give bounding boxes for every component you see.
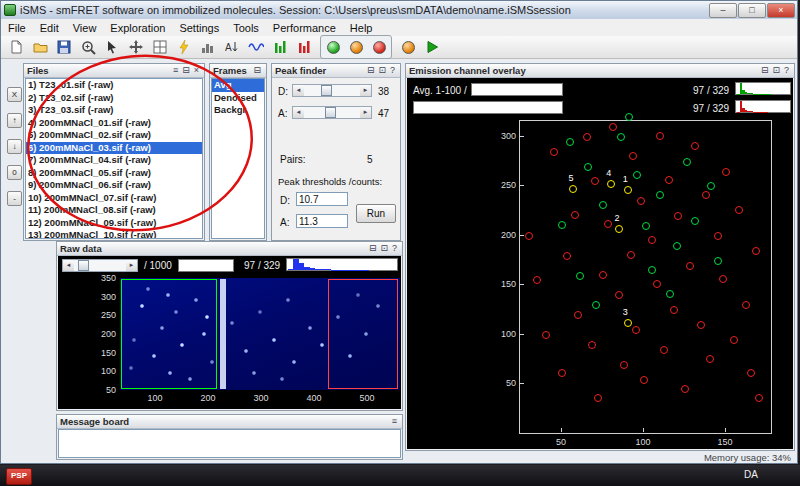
slider-thumb[interactable] bbox=[78, 260, 89, 271]
molecule-marker[interactable] bbox=[583, 133, 591, 141]
molecule-marker[interactable] bbox=[576, 272, 584, 280]
files-side-button-2[interactable]: ↓ bbox=[7, 139, 22, 154]
file-item[interactable]: 13) 200mMNaCl_10.sif (-raw) bbox=[26, 229, 202, 239]
molecule-marker[interactable] bbox=[632, 326, 640, 334]
file-item[interactable]: 4) 200mMNaCl_01.sif (-raw) bbox=[26, 117, 202, 130]
molecule-marker[interactable] bbox=[722, 168, 730, 176]
d-threshold-slider[interactable]: ◄► bbox=[292, 84, 372, 97]
molecule-marker[interactable] bbox=[648, 236, 656, 244]
molecule-marker[interactable] bbox=[542, 331, 550, 339]
molecule-marker[interactable] bbox=[673, 242, 681, 250]
molecule-marker[interactable] bbox=[666, 290, 674, 298]
molecule-marker[interactable] bbox=[747, 369, 755, 377]
avg-frames-input[interactable] bbox=[471, 83, 563, 96]
file-item[interactable]: 2) T23_02.sif (-raw) bbox=[26, 92, 202, 105]
slider-left-arrow[interactable]: ◄ bbox=[293, 85, 304, 96]
menu-item-tools[interactable]: Tools bbox=[226, 22, 266, 34]
panel-minimize-icon[interactable]: ⊟ bbox=[251, 65, 263, 76]
molecule-marker[interactable] bbox=[584, 163, 592, 171]
molecule-marker[interactable] bbox=[615, 225, 623, 233]
molecule-marker[interactable] bbox=[569, 185, 577, 193]
molecule-marker[interactable] bbox=[681, 385, 689, 393]
datatip-button[interactable] bbox=[101, 36, 123, 58]
panel-minimize-icon[interactable]: ⊟ bbox=[367, 243, 379, 254]
molecule-marker[interactable] bbox=[588, 341, 596, 349]
red-frames-input[interactable] bbox=[413, 101, 563, 114]
files-side-button-3[interactable]: 0 bbox=[7, 165, 22, 180]
molecule-marker[interactable] bbox=[558, 221, 566, 229]
menu-item-file[interactable]: File bbox=[1, 22, 33, 34]
molecule-marker[interactable] bbox=[592, 301, 600, 309]
molecule-marker[interactable] bbox=[683, 158, 691, 166]
histogram-button[interactable] bbox=[197, 36, 219, 58]
menu-item-edit[interactable]: Edit bbox=[33, 22, 66, 34]
close-button[interactable]: × bbox=[767, 3, 795, 18]
molecule-marker[interactable] bbox=[633, 171, 641, 179]
molecule-marker[interactable] bbox=[637, 197, 645, 205]
molecule-marker[interactable] bbox=[574, 311, 582, 319]
play-button[interactable] bbox=[421, 36, 443, 58]
sort-az-button[interactable]: A bbox=[221, 36, 243, 58]
file-item[interactable]: 12) 200mMNaCl_09.sif (-raw) bbox=[26, 217, 202, 230]
acceptor-region-rect[interactable] bbox=[328, 279, 398, 389]
maximize-button[interactable]: □ bbox=[738, 3, 766, 18]
molecule-marker[interactable] bbox=[558, 369, 566, 377]
panel-help-icon[interactable]: ? bbox=[390, 243, 399, 254]
panel-help-icon[interactable]: ? bbox=[782, 65, 791, 76]
circle-orange-button[interactable] bbox=[345, 36, 367, 58]
molecule-marker[interactable] bbox=[617, 133, 625, 141]
zoom-in-button[interactable] bbox=[77, 36, 99, 58]
molecule-marker[interactable] bbox=[594, 394, 602, 402]
pan-button[interactable] bbox=[125, 36, 147, 58]
menu-item-help[interactable]: Help bbox=[343, 22, 380, 34]
panel-close-icon[interactable]: × bbox=[192, 65, 201, 76]
d-threshold-input[interactable] bbox=[296, 192, 348, 206]
frame-number-input[interactable] bbox=[178, 259, 234, 272]
molecule-marker[interactable] bbox=[707, 182, 715, 190]
file-item[interactable]: 9) 200mMNaCl_06.sif (-raw) bbox=[26, 179, 202, 192]
molecule-marker[interactable] bbox=[642, 222, 650, 230]
circle-orange-2-button[interactable] bbox=[397, 36, 419, 58]
molecule-marker[interactable] bbox=[653, 280, 661, 288]
panel-undock-icon[interactable]: ⊡ bbox=[378, 243, 390, 254]
molecule-marker[interactable] bbox=[571, 211, 579, 219]
psp-taskbar-icon[interactable]: PSP bbox=[6, 468, 32, 485]
molecule-marker[interactable] bbox=[624, 319, 632, 327]
file-item[interactable]: 1) T23_01.sif (-raw) bbox=[26, 79, 202, 92]
layout-grid-button[interactable] bbox=[149, 36, 171, 58]
file-item[interactable]: 6) 200mMNaCl_03.sif (-raw) bbox=[26, 142, 202, 155]
molecule-marker[interactable] bbox=[607, 180, 615, 188]
slider-track[interactable] bbox=[304, 107, 360, 118]
slider-right-arrow[interactable]: ► bbox=[126, 260, 137, 271]
molecule-marker[interactable] bbox=[627, 251, 635, 259]
molecule-marker[interactable] bbox=[620, 361, 628, 369]
molecule-marker[interactable] bbox=[714, 257, 722, 265]
panel-menu-icon[interactable]: ≡ bbox=[390, 416, 399, 427]
circle-green-button[interactable] bbox=[322, 36, 344, 58]
molecule-marker[interactable] bbox=[742, 301, 750, 309]
molecule-marker[interactable] bbox=[525, 232, 533, 240]
molecule-marker[interactable] bbox=[656, 132, 664, 140]
molecule-marker[interactable] bbox=[691, 217, 699, 225]
save-button[interactable] bbox=[53, 36, 75, 58]
molecule-marker[interactable] bbox=[730, 336, 738, 344]
menu-item-performance[interactable]: Performance bbox=[266, 22, 343, 34]
files-side-button-0[interactable]: X bbox=[7, 87, 22, 102]
files-side-button-1[interactable]: ↑ bbox=[7, 113, 22, 128]
files-side-button-4[interactable]: - bbox=[7, 191, 22, 206]
file-item[interactable]: 8) 200mMNaCl_05.sif (-raw) bbox=[26, 167, 202, 180]
molecule-marker[interactable] bbox=[735, 206, 743, 214]
green-histogram[interactable] bbox=[735, 82, 791, 95]
molecule-marker[interactable] bbox=[624, 186, 632, 194]
raw-image[interactable] bbox=[120, 278, 400, 390]
molecule-marker[interactable] bbox=[533, 276, 541, 284]
molecule-marker[interactable] bbox=[686, 262, 694, 270]
molecule-marker[interactable] bbox=[706, 355, 714, 363]
molecule-marker[interactable] bbox=[599, 201, 607, 209]
slider-right-arrow[interactable]: ► bbox=[360, 85, 371, 96]
panel-minimize-icon[interactable]: ⊟ bbox=[365, 65, 377, 76]
molecule-marker[interactable] bbox=[674, 212, 682, 220]
slider-track[interactable] bbox=[304, 85, 360, 96]
bars-red-button[interactable] bbox=[293, 36, 315, 58]
red-histogram[interactable] bbox=[735, 100, 791, 113]
